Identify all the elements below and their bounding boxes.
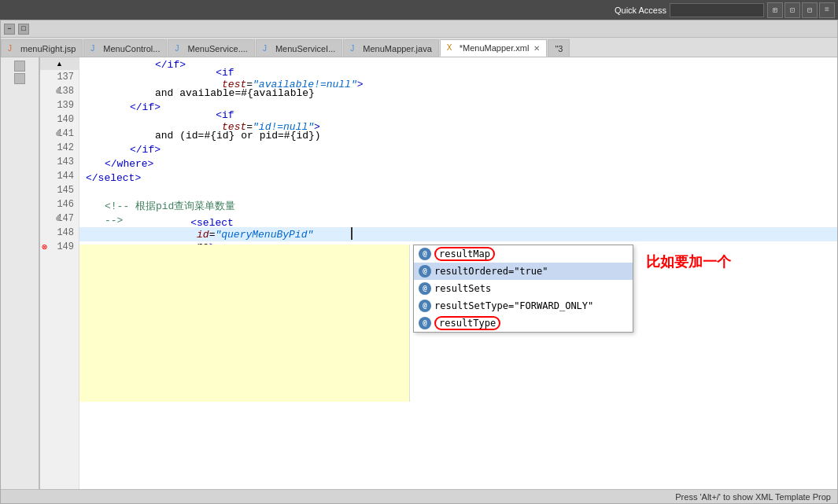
quick-access-input[interactable] — [670, 3, 764, 17]
status-bar: Press 'Alt+/' to show XML Template Prop — [1, 489, 837, 503]
tab-menuservice[interactable]: J MenuService.... — [168, 39, 254, 57]
line-num-148: 148 — [40, 226, 79, 240]
tab-menuright-jsp[interactable]: J menuRight.jsp — [1, 39, 83, 57]
tab-label: menuRight.jsp — [20, 44, 76, 53]
line-numbers: 137 138 139 140 141 142 143 144 145 146 … — [40, 70, 79, 489]
tab-label: *MenuMapper.xml — [460, 43, 530, 53]
toolbar-icon-2[interactable]: ⊡ — [784, 2, 800, 18]
line-num-138: 138 — [40, 84, 79, 98]
tab-label: MenuServiceI... — [275, 44, 335, 53]
tab-label: MenuControl... — [103, 44, 160, 53]
toolbar-icon-1[interactable]: ⊞ — [767, 2, 783, 18]
red-annotation: 比如要加一个 — [646, 252, 731, 271]
gutter: ▲ 137 138 139 140 141 142 143 144 145 14… — [40, 57, 79, 489]
ac-icon-resultsets: @ — [419, 282, 431, 295]
code-line-143: </if> — [79, 142, 837, 156]
tab-menumapper-java[interactable]: J MenuMapper.java — [343, 39, 438, 57]
ide-window: − □ J menuRight.jsp J MenuControl... J M… — [0, 20, 838, 504]
maximize-btn[interactable]: □ — [18, 24, 29, 35]
ac-label-resultmap: resultMap — [434, 247, 495, 261]
autocomplete-item-resultsettype[interactable]: @ resultSetType="FORWARD_ONLY" — [414, 297, 633, 315]
ac-icon-resulttype: @ — [419, 317, 431, 329]
tab-overflow[interactable]: "3 — [548, 39, 570, 57]
tab-label: MenuMapper.java — [363, 44, 431, 53]
toolbar-icons: ⊞ ⊡ ⊟ ≡ — [767, 2, 835, 18]
annotation-area: @ resultMap @ resultOrdered="true" @ — [79, 245, 837, 402]
quick-access-area: Quick Access — [615, 3, 764, 17]
autocomplete-item-resulttype[interactable]: @ resultType — [414, 315, 633, 332]
code-line-142: and (id=#{id} or pid=#{id}) — [79, 128, 837, 142]
line-num-140: 140 — [40, 112, 79, 127]
left-panel-btn-1[interactable] — [14, 61, 25, 72]
quick-access-label: Quick Access — [615, 6, 666, 15]
code-content[interactable]: </if> <if test="available!=null"> and av… — [79, 57, 837, 489]
ac-label-resultordered: resultOrdered="true" — [434, 266, 548, 277]
tab-menucontrol[interactable]: J MenuControl... — [83, 39, 167, 57]
code-line-145: </select> — [79, 171, 837, 185]
code-line-144: </where> — [79, 156, 837, 171]
xml-file-icon: X — [447, 43, 456, 53]
java-file-icon: J — [90, 44, 100, 53]
line-num-147: 147 — [40, 212, 79, 226]
status-text: Press 'Alt+/' to show XML Template Prop — [675, 492, 831, 502]
minimize-btn[interactable]: − — [4, 24, 15, 35]
autocomplete-dropdown: @ resultMap @ resultOrdered="true" @ — [413, 245, 633, 333]
line-num-137: 137 — [40, 70, 79, 84]
line-num-143: 143 — [40, 155, 79, 169]
tab-overflow-label: "3 — [555, 44, 563, 53]
tab-label: MenuService.... — [187, 44, 247, 53]
editor-area: ▲ 137 138 139 140 141 142 143 144 145 14… — [40, 57, 837, 489]
code-lines: </if> <if test="available!=null"> and av… — [79, 57, 837, 241]
toolbar-icon-3[interactable]: ⊟ — [802, 2, 818, 18]
ac-label-resultsettype: resultSetType="FORWARD_ONLY" — [434, 300, 593, 311]
autocomplete-item-resultordered[interactable]: @ resultOrdered="true" — [414, 263, 633, 280]
top-toolbar: Quick Access ⊞ ⊡ ⊟ ≡ — [0, 0, 838, 20]
code-line-141: <if test="id!=null"> — [79, 114, 837, 128]
autocomplete-item-resultsets[interactable]: @ resultSets — [414, 280, 633, 297]
main-container: ▲ 137 138 139 140 141 142 143 144 145 14… — [1, 57, 837, 489]
window-titlebar: − □ — [1, 20, 837, 38]
code-line-146 — [79, 185, 837, 199]
line-num-139: 139 — [40, 98, 79, 112]
autocomplete-wrapper: @ resultMap @ resultOrdered="true" @ — [410, 245, 837, 402]
java-file-icon-3: J — [263, 44, 272, 53]
line-num-146: 146 — [40, 197, 79, 212]
tab-close-icon[interactable]: ✕ — [533, 44, 540, 53]
yellow-note — [79, 245, 410, 402]
left-panel — [1, 57, 40, 489]
line-num-142: 142 — [40, 141, 79, 155]
tab-menumapper-xml[interactable]: X *MenuMapper.xml ✕ — [440, 39, 548, 57]
tab-menuservicei[interactable]: J MenuServiceI... — [256, 39, 342, 57]
code-line-149: <select id="queryMenuByPid" re> — [79, 227, 837, 241]
java-file-icon-2: J — [175, 44, 184, 53]
left-panel-btn-2[interactable] — [14, 73, 25, 84]
jsp-file-icon: J — [8, 44, 17, 53]
ac-icon-resultsettype: @ — [419, 300, 431, 312]
line-num-145: 145 — [40, 183, 79, 197]
ac-icon-resultmap: @ — [419, 248, 431, 260]
line-num-141: 141 — [40, 127, 79, 141]
line-num-144: 144 — [40, 169, 79, 183]
autocomplete-item-resultmap[interactable]: @ resultMap — [414, 245, 633, 263]
code-line-138: <if test="available!=null"> — [79, 72, 837, 86]
ac-icon-resultordered: @ — [419, 265, 431, 278]
ac-label-resultsets: resultSets — [434, 283, 491, 294]
ac-label-resulttype: resultType — [434, 316, 500, 330]
toolbar-icon-4[interactable]: ≡ — [819, 2, 835, 18]
scroll-up-btn[interactable]: ▲ — [40, 57, 79, 70]
tab-bar: J menuRight.jsp J MenuControl... J MenuS… — [1, 38, 837, 57]
line-num-149: 149 — [40, 240, 79, 254]
text-cursor — [351, 227, 353, 240]
java-file-icon-4: J — [350, 44, 360, 53]
